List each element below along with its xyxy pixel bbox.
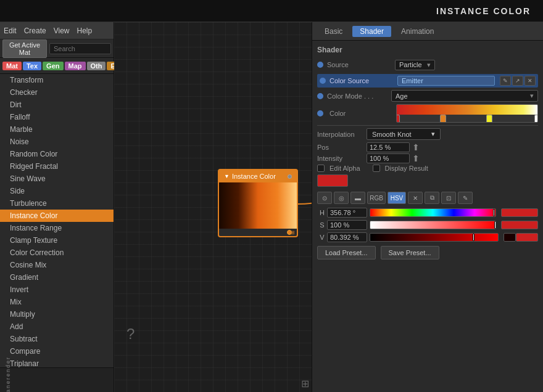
tab-oth[interactable]: Oth [87, 62, 106, 70]
color-mode-dropdown[interactable]: Age ▾ [391, 90, 538, 102]
tab-animation[interactable]: Animation [394, 26, 441, 37]
source-radio[interactable] [317, 62, 323, 68]
collapse-arrow[interactable]: ▼ [224, 173, 230, 179]
intensity-stepper[interactable]: ⬆ [412, 153, 420, 163]
source-dropdown[interactable]: Particle ▾ [395, 60, 435, 70]
gradient-icon[interactable]: ▬ [350, 192, 365, 204]
title-bar: INSTANCE COLOR [0, 0, 543, 22]
intensity-input[interactable] [367, 153, 410, 163]
tab-tex[interactable]: Tex [23, 62, 41, 70]
pos-stepper[interactable]: ⬆ [412, 142, 420, 152]
color-swatch-area [317, 174, 538, 187]
separator-1 [317, 125, 538, 126]
tab-shader[interactable]: Shader [352, 26, 391, 37]
display-result-checkbox[interactable] [373, 165, 380, 172]
color-gradient-area[interactable] [396, 104, 538, 123]
list-item[interactable]: Ridged Fractal [0, 160, 114, 173]
copy-icon[interactable]: ⧉ [425, 192, 439, 204]
instance-resize-handle[interactable]: ⊞ [291, 230, 296, 235]
node-action-dot[interactable] [288, 174, 292, 179]
node-editor[interactable]: particle Diffuse Specular Roughness [114, 22, 312, 392]
list-item[interactable]: Subtract [0, 333, 114, 345]
s-input[interactable] [327, 220, 367, 230]
hsv-label-btn[interactable]: HSV [388, 192, 406, 204]
h-marker [493, 209, 495, 216]
edit-alpha-checkbox[interactable] [317, 165, 325, 172]
node-instance-color[interactable]: ▼ Instance Color ⊞ [218, 169, 298, 237]
color-stop-0[interactable] [396, 115, 400, 123]
list-item[interactable]: Checker [0, 86, 114, 99]
list-item[interactable]: Sine Wave [0, 173, 114, 185]
color-source-link-icon[interactable]: ↗ [512, 76, 523, 86]
pos-input[interactable] [367, 142, 410, 152]
interpolation-dropdown[interactable]: Smooth Knot ▾ [367, 128, 441, 140]
get-active-mat-button[interactable]: Get Active Mat [2, 39, 47, 58]
color-stop-3[interactable] [534, 115, 538, 123]
x-icon[interactable]: ✕ [408, 192, 423, 204]
menu-help[interactable]: Help [77, 27, 93, 35]
load-preset-button[interactable]: Load Preset... [317, 246, 376, 259]
color-swatch[interactable] [317, 174, 348, 187]
list-item[interactable]: Side [0, 185, 114, 197]
list-item[interactable]: Invert [0, 284, 114, 296]
toolbar: Get Active Mat [0, 39, 114, 58]
list-item[interactable]: Clamp Texture [0, 234, 114, 247]
tab-mat[interactable]: Mat [2, 62, 22, 70]
wheel-icon[interactable]: ◎ [334, 192, 349, 204]
list-item[interactable]: Falloff [0, 111, 114, 123]
rgb-label-btn[interactable]: RGB [367, 192, 386, 204]
instance-color-gradient-preview [219, 182, 297, 229]
list-item[interactable]: Turbulence [0, 197, 114, 210]
h-bar-container[interactable] [370, 208, 496, 217]
s-bar-container[interactable] [370, 221, 496, 229]
color-source-actions: ✎ ↗ ✕ [500, 76, 536, 86]
color-source-radio[interactable] [320, 78, 326, 84]
eyedropper-icon[interactable]: ⊙ [317, 192, 332, 204]
list-item-instance-color[interactable]: Instance Color [0, 210, 114, 222]
list-item[interactable]: Triplanar [0, 357, 114, 367]
list-item-color-correction[interactable]: Color Correction [0, 247, 114, 259]
interpolation-label: Interpolation [317, 131, 367, 138]
menu-create[interactable]: Create [24, 27, 46, 35]
pencil-icon[interactable]: ✎ [458, 192, 473, 204]
list-item[interactable]: Transform [0, 74, 114, 86]
panel-resize[interactable]: ⊞ [301, 378, 309, 390]
v-bar-container[interactable] [370, 233, 499, 242]
list-item[interactable]: Gradient [0, 271, 114, 284]
v-color-preview-dark [504, 233, 516, 242]
app-title: INSTANCE COLOR [436, 6, 531, 16]
list-item[interactable]: Noise [0, 136, 114, 148]
color-radio[interactable] [317, 110, 323, 116]
tab-basic[interactable]: Basic [317, 26, 350, 37]
color-source-field[interactable]: Emitter [397, 76, 495, 86]
tab-gen[interactable]: Gen [43, 62, 63, 70]
question-mark: ? [126, 325, 135, 343]
color-mode-text: Age [396, 92, 408, 100]
right-panel: Basic Shader Animation Shader Source Par… [312, 22, 543, 392]
node-header-actions [288, 174, 292, 179]
list-item[interactable]: Dirt [0, 99, 114, 111]
color-source-edit-icon[interactable]: ✎ [500, 76, 511, 86]
list-item[interactable]: Multiply [0, 308, 114, 321]
list-item[interactable]: Cosine Mix [0, 259, 114, 271]
color-source-clear-icon[interactable]: ✕ [524, 76, 536, 86]
color-stop-1[interactable] [440, 115, 446, 123]
list-item-instance-range[interactable]: Instance Range [0, 222, 114, 234]
color-mode-radio[interactable] [317, 93, 323, 99]
paste-icon[interactable]: ⊡ [441, 192, 456, 204]
list-item[interactable]: Mix [0, 296, 114, 308]
menu-view[interactable]: View [54, 27, 70, 35]
color-mode-label: Color Mode . . . [327, 92, 391, 100]
preset-row: Load Preset... Save Preset... [317, 246, 538, 259]
search-input[interactable] [49, 43, 111, 54]
tab-map[interactable]: Map [65, 62, 86, 70]
save-preset-button[interactable]: Save Preset... [381, 246, 439, 259]
color-stop-2[interactable] [486, 115, 492, 123]
list-item[interactable]: Random Color [0, 148, 114, 160]
list-item[interactable]: Add [0, 321, 114, 333]
v-input[interactable] [327, 232, 367, 242]
list-item[interactable]: Marble [0, 123, 114, 136]
menu-edit[interactable]: Edit [4, 27, 17, 35]
list-item[interactable]: Compare [0, 345, 114, 357]
h-input[interactable] [327, 208, 367, 218]
